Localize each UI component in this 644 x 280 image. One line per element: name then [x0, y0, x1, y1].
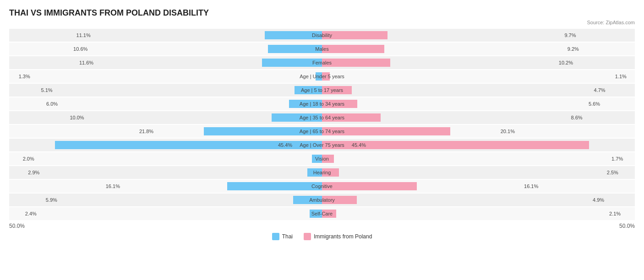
bars-wrapper: 4.7% Age | 5 to 17 years 5.1%	[9, 84, 635, 97]
right-value: 21.8%	[139, 129, 153, 134]
bars-wrapper: 2.1% Self-Care 2.4%	[9, 207, 635, 220]
table-row: 4.9% Ambulatory 5.9%	[9, 194, 635, 206]
legend-poland-icon	[304, 233, 311, 240]
table-row: 4.7% Age | 5 to 17 years 5.1%	[9, 84, 635, 97]
chart-title: THAI VS IMMIGRANTS FROM POLAND DISABILIT…	[9, 8, 635, 18]
table-row: 8.6% Age | 35 to 64 years 10.0%	[9, 111, 635, 124]
left-value: 8.6%	[571, 115, 583, 120]
right-value: 10.6%	[73, 46, 87, 52]
legend: Thai Immigrants from Poland	[9, 233, 635, 240]
bars-wrapper: 1.7% Vision 2.0%	[9, 152, 635, 165]
bar-poland	[322, 182, 417, 190]
bar-thai	[268, 45, 322, 53]
table-row: 10.2% Females 11.6%	[9, 56, 635, 69]
table-row: 1.1% Age | Under 5 years 1.3%	[9, 70, 635, 83]
table-row: 9.2% Males 10.6%	[9, 43, 635, 55]
right-value: 2.9%	[28, 170, 39, 175]
legend-poland: Immigrants from Poland	[304, 233, 372, 240]
table-row: 2.1% Self-Care 2.4%	[9, 207, 635, 220]
table-row: 9.7% Disability 11.1%	[9, 29, 635, 42]
bar-label: Males	[315, 46, 328, 52]
bar-poland	[322, 45, 384, 53]
left-value: 20.1%	[501, 129, 515, 134]
bars-wrapper: 20.1% Age | 65 to 74 years 21.8%	[9, 125, 635, 138]
bar-label: Age | 65 to 74 years	[300, 129, 344, 134]
bar-label: Age | 5 to 17 years	[301, 87, 343, 93]
bars-wrapper: 10.2% Females 11.6%	[9, 56, 635, 69]
left-value: 9.7%	[564, 32, 576, 38]
left-value: 2.1%	[609, 211, 621, 216]
bar-label: Self-Care	[311, 211, 333, 216]
bars-wrapper: 8.6% Age | 35 to 64 years 10.0%	[9, 111, 635, 124]
table-row: 20.1% Age | 65 to 74 years 21.8%	[9, 125, 635, 138]
bar-label: Cognitive	[311, 183, 333, 189]
table-row: 16.1% Cognitive 16.1%	[9, 180, 635, 193]
bar-label: Ambulatory	[309, 197, 335, 203]
table-row: 5.6% Age | 18 to 34 years 6.0%	[9, 97, 635, 110]
bars-wrapper: 45.4% Age | Over 75 years 45.4%	[9, 139, 635, 151]
axis-left: 50.0%	[9, 223, 25, 229]
right-value: 5.1%	[41, 87, 52, 93]
bar-label: Vision	[315, 156, 329, 162]
legend-thai: Thai	[272, 233, 293, 240]
right-value: 45.4%	[278, 142, 292, 148]
chart-container: THAI VS IMMIGRANTS FROM POLAND DISABILIT…	[0, 0, 644, 245]
bars-wrapper: 9.7% Disability 11.1%	[9, 29, 635, 42]
right-value: 11.1%	[76, 32, 91, 38]
left-value: 2.5%	[607, 170, 618, 175]
source-text: Source: ZipAtlas.com	[9, 20, 635, 25]
bar-thai	[227, 182, 322, 190]
right-value: 2.0%	[23, 156, 34, 162]
bar-poland	[322, 59, 390, 67]
left-value: 10.2%	[559, 60, 573, 65]
left-value: 4.7%	[594, 87, 606, 93]
right-value: 11.6%	[79, 60, 93, 65]
bar-label: Age | 35 to 64 years	[300, 115, 344, 120]
axis-right: 50.0%	[619, 223, 635, 229]
left-value: 45.4%	[352, 142, 366, 148]
bar-label: Age | 18 to 34 years	[300, 101, 344, 107]
table-row: 45.4% Age | Over 75 years 45.4%	[9, 139, 635, 151]
right-value: 6.0%	[46, 101, 58, 107]
bars-wrapper: 4.9% Ambulatory 5.9%	[9, 194, 635, 206]
right-value: 1.3%	[19, 74, 30, 79]
bars-wrapper: 1.1% Age | Under 5 years 1.3%	[9, 70, 635, 83]
bar-label: Age | Under 5 years	[300, 74, 344, 79]
left-value: 9.2%	[568, 46, 579, 52]
bars-wrapper: 16.1% Cognitive 16.1%	[9, 180, 635, 193]
bars-wrapper: 2.5% Hearing 2.9%	[9, 166, 635, 179]
bar-label: Hearing	[313, 170, 331, 175]
left-value: 5.6%	[589, 101, 600, 107]
bars-wrapper: 9.2% Males 10.6%	[9, 43, 635, 55]
left-value: 1.7%	[611, 156, 623, 162]
right-value: 10.0%	[70, 115, 84, 120]
table-row: 2.5% Hearing 2.9%	[9, 166, 635, 179]
left-value: 4.9%	[593, 197, 604, 203]
legend-poland-label: Immigrants from Poland	[314, 233, 372, 240]
chart-area: 9.7% Disability 11.1% 9.2% Males 10.6% 1…	[9, 29, 635, 220]
legend-thai-label: Thai	[282, 233, 293, 240]
legend-thai-icon	[272, 233, 279, 240]
bars-wrapper: 5.6% Age | 18 to 34 years 6.0%	[9, 97, 635, 110]
right-value: 16.1%	[106, 183, 120, 189]
bar-label: Females	[312, 60, 332, 65]
table-row: 1.7% Vision 2.0%	[9, 152, 635, 165]
bar-label: Disability	[312, 32, 332, 38]
bar-label: Age | Over 75 years	[300, 142, 344, 148]
left-value: 1.1%	[615, 74, 627, 79]
axis-labels: 50.0% 50.0%	[9, 221, 635, 231]
right-value: 2.4%	[25, 211, 37, 216]
right-value: 5.9%	[46, 197, 57, 203]
left-value: 16.1%	[524, 183, 538, 189]
